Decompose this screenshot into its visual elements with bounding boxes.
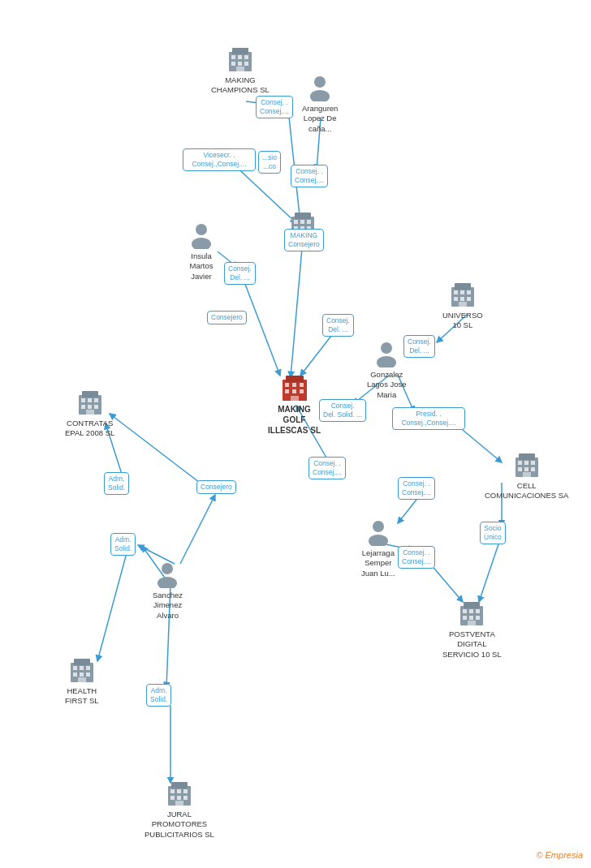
svg-rect-27 [232,48,248,54]
role-box-rb17: Consej. .Consej.... [398,546,435,569]
role-box-rb1: Consej. .Consej.... [256,96,293,118]
svg-rect-51 [460,290,464,294]
svg-rect-104 [73,672,77,677]
svg-rect-63 [300,383,304,387]
svg-point-88 [162,563,173,574]
svg-rect-49 [455,283,471,290]
svg-rect-54 [460,297,464,301]
svg-rect-43 [307,220,311,224]
label-jural: JURALPROMOTORESPUBLICITARIOS SL [145,810,214,840]
svg-rect-42 [300,220,304,224]
svg-rect-92 [463,609,467,613]
building-icon-making-golf [280,373,309,402]
role-box-rb11: Presid. .Consej.,Consej.... [392,407,465,430]
node-contratas: CONTRATASEPAL 2008 SL [65,388,114,439]
role-box-rb16: SocioÚnico [480,522,506,544]
svg-rect-116 [175,801,183,806]
svg-rect-111 [177,789,181,793]
svg-rect-60 [286,376,304,382]
svg-rect-67 [291,396,299,401]
watermark: © Empresia [536,850,583,860]
svg-rect-94 [476,609,480,613]
label-health-first: HEALTHFIRST SL [65,686,99,707]
person-icon-insula [187,221,216,250]
svg-rect-70 [81,398,85,402]
svg-rect-102 [80,666,84,670]
svg-rect-95 [463,616,467,620]
svg-rect-31 [231,62,235,66]
role-box-rb13: Consej. .Consej.... [398,477,435,500]
svg-rect-33 [244,62,248,66]
role-box-rb9: Consej.Del. ... [403,335,435,358]
svg-point-38 [192,238,211,249]
label-postventa: POSTVENTADIGITALSERVICIO 10 SL [442,630,502,660]
label-sanchez: SanchezJimenezAlvaro [153,591,183,621]
svg-rect-83 [524,467,528,471]
svg-rect-82 [518,467,522,471]
svg-rect-29 [238,55,242,59]
building-icon-making-champions [226,45,255,74]
svg-rect-112 [183,789,188,793]
svg-rect-101 [73,666,77,670]
node-aranguren: ArangurenLopez Decaña... [302,73,338,134]
role-box-rb10: Consej.Del. Solid. ... [319,399,366,422]
building-icon-jural [165,779,194,808]
svg-rect-105 [80,672,84,677]
role-box-rb3: Vicesecr. .Consej.,Consej.... [183,148,256,171]
label-lejarraga: LejarragaSemperJuan Lu... [361,548,395,578]
node-jural: JURALPROMOTORESPUBLICITARIOS SL [145,779,214,840]
role-box-rb15: Adm.Solid. [104,472,129,495]
svg-rect-52 [467,290,471,294]
role-box-rb4: ...sio...co [258,151,281,174]
person-icon-lejarraga [364,518,393,547]
role-box-rb2: Consej. .Consej.... [291,165,328,187]
building-icon-universo [448,280,477,309]
building-icon-postventa [457,599,486,628]
diagram-container: MAKINGCHAMPIONS SL ArangurenLopez Decaña… [0,0,591,868]
person-icon-gonzalez [372,339,401,368]
svg-rect-74 [88,405,92,409]
role-box-rb6: Consej.Del. ... [224,262,256,285]
svg-point-36 [310,90,330,101]
svg-line-19 [479,542,499,602]
svg-rect-72 [94,398,98,402]
svg-rect-55 [467,297,471,301]
role-box-rb19: Adm.Solid. [146,684,171,707]
svg-point-58 [377,356,396,367]
svg-rect-93 [469,609,473,613]
node-gonzalez: GonzalezLagos JoseMaria [367,339,407,400]
svg-rect-71 [88,398,92,402]
svg-rect-69 [82,391,98,397]
person-icon-sanchez [153,560,182,589]
svg-rect-32 [238,62,242,66]
node-making-champions: MAKINGCHAMPIONS SL [211,45,270,96]
building-icon-contratas [75,388,105,417]
svg-rect-50 [454,290,458,294]
node-sanchez: SanchezJimenezAlvaro [153,560,183,621]
svg-rect-110 [170,789,175,793]
role-box-rb14: Consejero [196,480,236,494]
svg-rect-66 [300,389,304,393]
label-contratas: CONTRATASEPAL 2008 SL [65,419,114,439]
svg-rect-114 [177,796,181,800]
svg-rect-80 [524,461,528,465]
role-box-rb5: MAKINGConsejero [284,229,324,251]
svg-rect-41 [294,220,298,224]
node-health-first: HEALTHFIRST SL [65,655,99,707]
svg-line-6 [244,280,280,376]
svg-rect-61 [285,383,289,387]
node-universo: UNIVERSO10 SL [442,280,483,331]
svg-rect-97 [476,616,480,620]
label-cell: CELLCOMUNICACIONES SA [485,481,568,501]
svg-rect-107 [78,677,86,682]
svg-rect-103 [86,666,90,670]
svg-line-23 [97,550,127,661]
svg-point-87 [369,535,388,546]
svg-rect-115 [183,796,188,800]
role-box-rb7: Consejero [207,311,247,324]
label-insula: InsulaMartosJavier [189,251,213,281]
svg-rect-109 [171,782,188,789]
svg-line-5 [291,239,303,377]
node-lejarraga: LejarragaSemperJuan Lu... [361,518,395,578]
svg-rect-84 [531,467,535,471]
